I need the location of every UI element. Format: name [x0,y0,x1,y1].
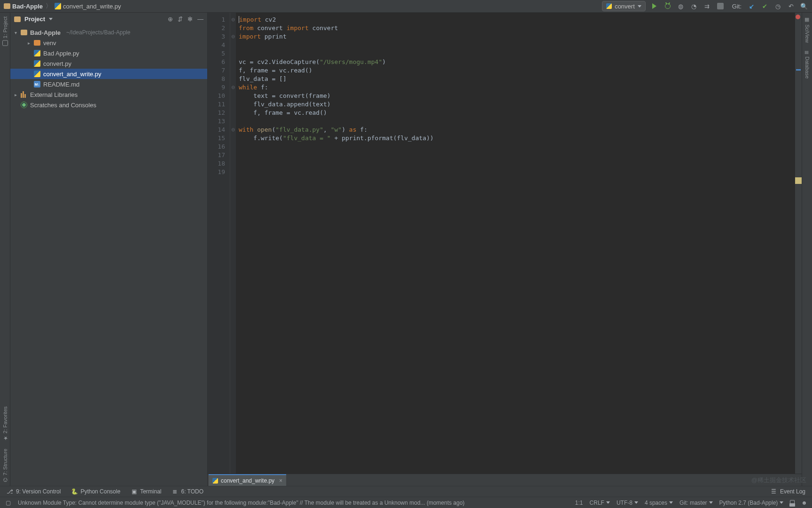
line-separator-selector[interactable]: CRLF [590,500,610,506]
close-tab-button[interactable]: × [279,477,282,484]
sciview-tool-tab[interactable]: ▦ SciView [803,13,811,47]
tree-external-libraries[interactable]: ▸ External Libraries [10,89,207,100]
marker[interactable] [796,69,801,71]
chevron-down-icon [634,501,638,504]
breadcrumb-separator: 〉 [46,2,52,10]
watermark: @稀土掘金技术社区 [751,476,806,484]
terminal-tool-tab[interactable]: ▣ Terminal [131,488,161,495]
project-tree: ▾ Bad-Apple ~/IdeaProjects/Bad-Apple ▸ v… [10,25,207,112]
encoding-selector[interactable]: UTF-8 [617,500,638,506]
interpreter-selector[interactable]: Python 2.7 (Bad-Apple) [719,500,784,506]
run-config-label: convert [615,3,635,10]
python-file-icon [34,71,40,77]
hector-icon[interactable]: ☻ [801,500,807,506]
python-icon: 🐍 [71,488,78,495]
tree-scratches[interactable]: Scratches and Consoles [10,100,207,110]
search-everywhere-button[interactable]: 🔍 [800,2,808,10]
database-icon: ≣ [804,50,810,55]
breadcrumb-root-label: Bad-Apple [12,3,43,10]
navigation-bar: Bad-Apple 〉 convert_and_write.py convert… [0,0,812,13]
vcs-tool-tab[interactable]: ⎇ 9: Version Control [7,488,61,495]
editor-tab[interactable]: convert_and_write.py × [209,474,286,486]
readonly-toggle[interactable] [790,500,795,506]
indent-selector[interactable]: 4 spaces [645,500,673,506]
code-editor[interactable]: 12345 678910 1112131415 16171819 ⊖⊖ ⊖ ⊖ … [208,13,802,474]
project-panel-title[interactable]: Project [24,16,45,23]
tree-node-badapple-py[interactable]: Bad Apple.py [10,48,207,58]
bug-icon [665,3,671,9]
right-tool-stripe: ▦ SciView ≣ Database [802,13,812,486]
tree-node-venv[interactable]: ▸ venv [10,38,207,48]
collapse-icon[interactable]: ⇵ [178,16,183,23]
chevron-down-icon[interactable]: ▾ [13,30,18,35]
tree-item-label: convert.py [43,60,71,67]
toolbar-right: convert ◍ ◔ ⇉ Git: ↙ ✔ ◷ ↶ 🔍 [602,1,808,11]
database-tab-label: Database [804,56,810,79]
git-update-button[interactable]: ↙ [747,2,756,10]
tree-item-label: Scratches and Consoles [30,102,96,109]
tree-root[interactable]: ▾ Bad-Apple ~/IdeaProjects/Bad-Apple [10,27,207,38]
database-tool-tab[interactable]: ≣ Database [803,47,811,82]
debug-button[interactable] [664,2,672,10]
git-branch-selector[interactable]: Git: master [679,500,713,506]
library-icon [21,91,27,98]
locate-icon[interactable]: ⊕ [168,16,173,23]
tree-root-path: ~/IdeaProjects/Bad-Apple [66,29,130,36]
run-config-selector[interactable]: convert [602,1,646,11]
grid-icon: ▦ [804,16,810,23]
attach-button[interactable]: ⇉ [703,2,711,10]
git-revert-button[interactable]: ↶ [787,2,795,10]
favorites-tool-tab[interactable]: ★ 2: Favorites [1,403,9,445]
tree-node-readme[interactable]: M↓ README.md [10,79,207,89]
python-console-tool-tab[interactable]: 🐍 Python Console [71,488,120,495]
scratch-icon [21,102,27,108]
folder-icon [4,3,10,9]
star-icon: ★ [2,435,8,441]
project-tab-label: 1: Project [2,16,8,38]
tooltab-label: 6: TODO [181,488,203,495]
run-button[interactable] [650,2,659,10]
breadcrumb-file-label: convert_and_write.py [63,3,121,10]
chevron-down-icon[interactable] [49,18,53,20]
git-label: Git: [732,3,742,10]
tree-node-convert-and-write-py[interactable]: convert_and_write.py [10,69,207,79]
git-history-button[interactable]: ◷ [773,2,782,10]
chevron-down-icon [709,501,713,504]
editor-area: 12345 678910 1112131415 16171819 ⊖⊖ ⊖ ⊖ … [208,13,802,486]
python-file-icon [34,60,40,67]
breadcrumb-root[interactable]: Bad-Apple [4,3,43,10]
settings-icon[interactable]: ✻ [187,16,193,23]
minimize-icon[interactable]: — [197,16,203,23]
structure-icon: ⌬ [2,477,8,482]
notifications-icon[interactable]: ▢ [5,500,11,506]
chevron-down-icon [638,5,641,8]
python-file-icon [34,50,40,56]
project-tool-tab[interactable]: 1: Project [1,13,9,49]
chevron-right-icon[interactable]: ▸ [13,92,18,97]
markdown-file-icon: M↓ [34,81,40,87]
breadcrumb-file[interactable]: convert_and_write.py [55,3,121,10]
tree-item-label: External Libraries [30,91,78,98]
error-stripe[interactable] [795,13,802,474]
stop-button[interactable] [716,2,725,10]
profile-button[interactable]: ◔ [690,2,698,10]
todo-tool-tab[interactable]: ≣ 6: TODO [172,488,203,495]
tooltab-label: Python Console [80,488,120,495]
event-log-tool-tab[interactable]: ☰ Event Log [771,488,805,495]
code-content[interactable]: import cv2 from convert import convert i… [236,13,795,474]
project-icon [2,40,8,46]
chevron-down-icon [669,501,673,504]
chevron-right-icon[interactable]: ▸ [26,40,31,46]
sciview-tab-label: SciView [804,24,810,43]
tooltab-label: Terminal [140,488,161,495]
caret-position[interactable]: 1:1 [575,500,583,506]
python-file-icon [55,3,61,9]
error-indicator-icon[interactable] [796,15,800,19]
tree-root-label: Bad-Apple [30,29,61,36]
run-coverage-button[interactable]: ◍ [677,2,685,10]
stop-icon [717,3,724,9]
tree-node-convert-py[interactable]: convert.py [10,58,207,69]
status-message[interactable]: Unknown Module Type: Cannot determine mo… [18,500,569,506]
structure-tool-tab[interactable]: ⌬ 7: Structure [1,445,9,486]
git-commit-button[interactable]: ✔ [760,2,769,10]
